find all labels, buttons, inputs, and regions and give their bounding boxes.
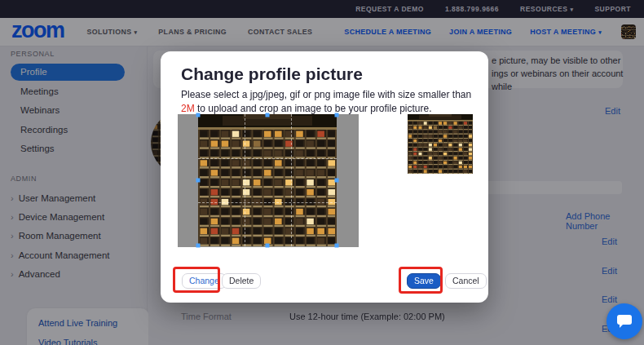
modal-description: Please select a jpg/jpeg, gif or png ima… (181, 88, 476, 115)
uploaded-photo (198, 114, 337, 246)
modal-title: Change profile picture (181, 64, 363, 84)
crop-handle-top-right[interactable] (335, 113, 339, 117)
crop-guide-line (198, 202, 337, 203)
cancel-button[interactable]: Cancel (445, 273, 487, 289)
crop-handle-mid-right[interactable] (335, 179, 339, 183)
crop-handle-mid-left[interactable] (196, 179, 201, 183)
crop-handle-top-center[interactable] (266, 113, 270, 117)
annotation-box-save (399, 267, 443, 294)
crop-handle-bottom-center[interactable] (266, 244, 270, 248)
crop-preview-thumbnail (408, 114, 473, 174)
crop-guide-line (198, 158, 337, 159)
annotation-box-change (173, 267, 220, 293)
zoom-web-portal: REQUEST A DEMO 1.888.799.9666 RESOURCES … (0, 0, 644, 345)
crop-handle-bottom-right[interactable] (335, 244, 339, 248)
crop-guide-line (245, 114, 245, 246)
crop-handle-top-left[interactable] (196, 113, 201, 117)
delete-button[interactable]: Delete (222, 273, 261, 289)
crop-guide-line (291, 114, 292, 246)
image-crop-pane[interactable] (178, 114, 359, 247)
chat-bubble-icon (617, 315, 632, 325)
chat-widget-button[interactable] (607, 303, 642, 339)
change-profile-picture-modal: Change profile picture Please select a j… (161, 51, 488, 303)
size-limit-text: 2M (181, 103, 195, 114)
crop-handle-bottom-left[interactable] (196, 244, 201, 248)
